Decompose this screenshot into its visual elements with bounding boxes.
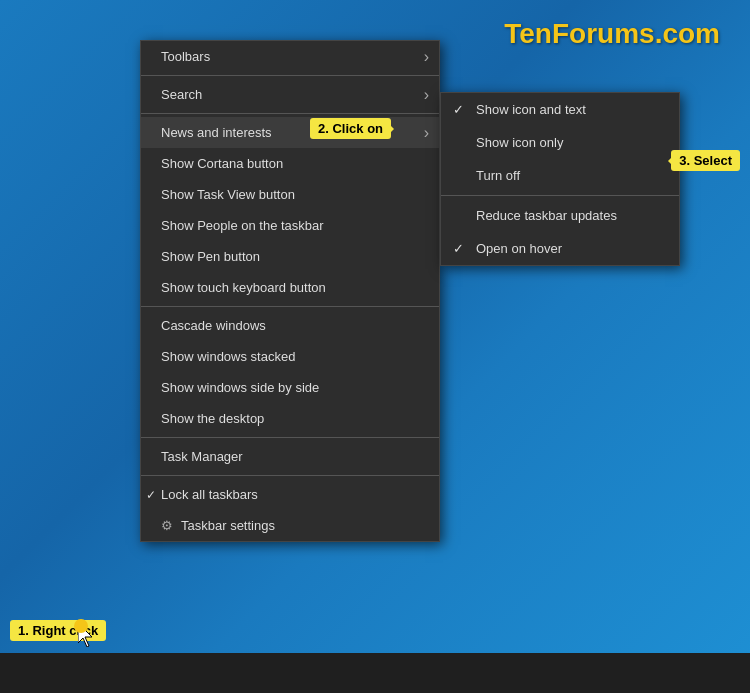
submenu-item-show-icon-text-label: Show icon and text — [476, 102, 586, 117]
submenu-item-open-hover-label: Open on hover — [476, 241, 562, 256]
menu-item-show-pen-label: Show Pen button — [161, 249, 260, 264]
submenu-item-turn-off[interactable]: Turn off — [441, 159, 679, 192]
cursor-indicator — [78, 623, 98, 651]
menu-item-lock-taskbars-label: Lock all taskbars — [161, 487, 258, 502]
menu-item-show-cortana-label: Show Cortana button — [161, 156, 283, 171]
menu-item-show-cortana[interactable]: Show Cortana button — [141, 148, 439, 179]
divider-2 — [141, 113, 439, 114]
submenu-item-show-icon-only[interactable]: Show icon only — [441, 126, 679, 159]
menu-item-show-people[interactable]: Show People on the taskbar — [141, 210, 439, 241]
menu-item-windows-side[interactable]: Show windows side by side — [141, 372, 439, 403]
gear-icon: ⚙ — [161, 518, 173, 533]
menu-item-toolbars[interactable]: Toolbars — [141, 41, 439, 72]
taskbar — [0, 653, 750, 693]
submenu-item-reduce-updates-label: Reduce taskbar updates — [476, 208, 617, 223]
divider-5 — [141, 475, 439, 476]
context-menu: Toolbars Search News and interests Show … — [140, 40, 440, 542]
menu-item-taskbar-settings-label: Taskbar settings — [181, 518, 275, 533]
menu-item-task-manager[interactable]: Task Manager — [141, 441, 439, 472]
submenu-item-open-hover[interactable]: ✓ Open on hover — [441, 232, 679, 265]
submenu-item-show-icon-text[interactable]: ✓ Show icon and text — [441, 93, 679, 126]
watermark: TenForums.com — [504, 18, 720, 50]
cursor-dot — [74, 619, 88, 633]
desktop: TenForums.com Toolbars Search News and i… — [0, 0, 750, 693]
tooltip-select: 3. Select — [671, 150, 740, 171]
menu-item-show-desktop-label: Show the desktop — [161, 411, 264, 426]
open-hover-checkmark: ✓ — [453, 241, 464, 256]
submenu-news-interests: ✓ Show icon and text Show icon only Turn… — [440, 92, 680, 266]
tooltip-click: 2. Click on — [310, 118, 391, 139]
menu-item-show-pen[interactable]: Show Pen button — [141, 241, 439, 272]
menu-item-toolbars-label: Toolbars — [161, 49, 210, 64]
menu-item-cascade-label: Cascade windows — [161, 318, 266, 333]
menu-item-task-manager-label: Task Manager — [161, 449, 243, 464]
submenu-divider-1 — [441, 195, 679, 196]
menu-item-search[interactable]: Search — [141, 79, 439, 110]
menu-item-show-taskview[interactable]: Show Task View button — [141, 179, 439, 210]
menu-item-cascade[interactable]: Cascade windows — [141, 310, 439, 341]
divider-1 — [141, 75, 439, 76]
menu-item-lock-taskbars[interactable]: ✓ Lock all taskbars — [141, 479, 439, 510]
show-icon-text-checkmark: ✓ — [453, 102, 464, 117]
menu-item-news-interests-label: News and interests — [161, 125, 272, 140]
menu-item-windows-side-label: Show windows side by side — [161, 380, 319, 395]
menu-item-windows-stacked[interactable]: Show windows stacked — [141, 341, 439, 372]
menu-item-taskbar-settings[interactable]: ⚙ Taskbar settings — [141, 510, 439, 541]
menu-item-show-taskview-label: Show Task View button — [161, 187, 295, 202]
menu-item-show-desktop[interactable]: Show the desktop — [141, 403, 439, 434]
submenu-item-reduce-updates[interactable]: Reduce taskbar updates — [441, 199, 679, 232]
submenu-item-show-icon-only-label: Show icon only — [476, 135, 563, 150]
submenu-item-turn-off-label: Turn off — [476, 168, 520, 183]
divider-4 — [141, 437, 439, 438]
menu-item-windows-stacked-label: Show windows stacked — [161, 349, 295, 364]
menu-item-show-touch-keyboard[interactable]: Show touch keyboard button — [141, 272, 439, 303]
menu-item-show-people-label: Show People on the taskbar — [161, 218, 324, 233]
divider-3 — [141, 306, 439, 307]
lock-taskbars-checkmark: ✓ — [146, 488, 156, 502]
menu-item-search-label: Search — [161, 87, 202, 102]
menu-item-show-touch-keyboard-label: Show touch keyboard button — [161, 280, 326, 295]
